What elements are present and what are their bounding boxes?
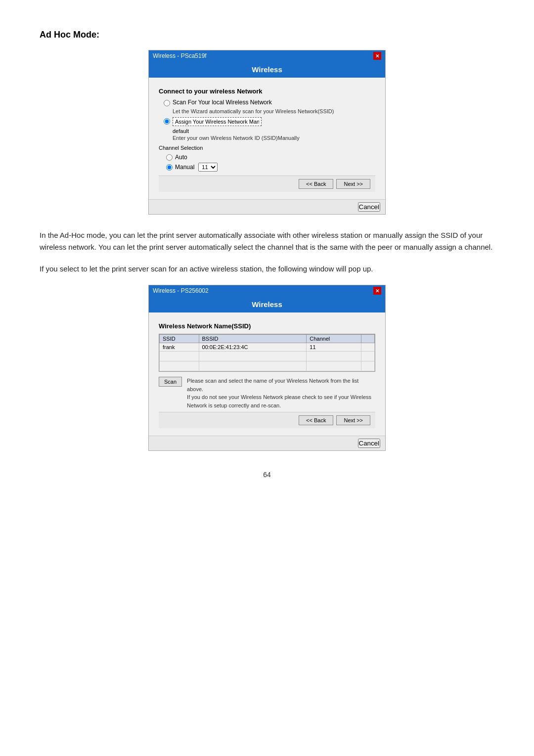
- radio1-label: Scan For Your local Wireless Network: [173, 99, 272, 106]
- network-table: SSID BSSID Channel frank 00:0E:2E:41:23:…: [159, 334, 375, 371]
- scan-text1: Please scan and select the name of your …: [187, 377, 375, 393]
- body-text2: If you select to let the print server sc…: [40, 263, 494, 275]
- dialog2-titlebar: Wireless - PS256002 ✕: [149, 285, 385, 296]
- ssid-value: default: [173, 128, 375, 134]
- section-title: Ad Hoc Mode:: [40, 30, 494, 40]
- channel-auto-row: Auto: [166, 154, 375, 161]
- dialog2: Wireless - PS256002 ✕ Wireless Wireless …: [148, 285, 386, 451]
- cell-bssid: 00:0E:2E:41:23:4C: [199, 343, 307, 352]
- dialog1-title: Wireless - PSca519f: [153, 52, 207, 59]
- channel-select[interactable]: 11 1 6: [198, 163, 218, 172]
- dialog1-close-button[interactable]: ✕: [373, 52, 381, 60]
- th-channel: Channel: [307, 335, 361, 343]
- empty-row-1: [160, 352, 375, 361]
- radio2-item: [164, 117, 375, 126]
- radio2-manual[interactable]: [164, 118, 170, 125]
- dialog1-buttons: << Back Next >>: [159, 176, 375, 192]
- cell-channel: 11: [307, 343, 361, 352]
- scan-text: Please scan and select the name of your …: [187, 377, 375, 409]
- connect-heading: Connect to your wireless Network: [159, 88, 375, 95]
- channel-manual-row: Manual 11 1 6: [166, 163, 375, 172]
- dialog1-cancel-button[interactable]: Cancel: [358, 202, 381, 212]
- channel-options: Auto Manual 11 1 6: [166, 154, 375, 172]
- dialog2-title: Wireless - PS256002: [153, 287, 209, 294]
- dialog1-back-button[interactable]: << Back: [299, 179, 333, 189]
- channel-section: Channel Selection Auto Manual 11 1 6: [159, 145, 375, 172]
- empty-row-2: [160, 361, 375, 371]
- radio-group: Scan For Your local Wireless Network Let…: [164, 99, 375, 141]
- dialog2-next-button[interactable]: Next >>: [336, 415, 370, 425]
- dialog2-buttons: << Back Next >>: [159, 412, 375, 428]
- network-heading: Wireless Network Name(SSID): [159, 322, 375, 330]
- channel-label: Channel Selection: [159, 145, 375, 151]
- table-row[interactable]: frank 00:0E:2E:41:23:4C 11: [160, 343, 375, 352]
- page-number: 64: [40, 471, 494, 479]
- th-bssid: BSSID: [199, 335, 307, 343]
- channel-auto-label: Auto: [175, 154, 187, 161]
- scan-section: Scan Please scan and select the name of …: [159, 377, 375, 409]
- ssid-input[interactable]: [173, 117, 262, 126]
- channel-manual-radio[interactable]: [166, 164, 173, 171]
- dialog2-content: Wireless Network Name(SSID) SSID BSSID C…: [149, 317, 385, 436]
- dialog1-titlebar: Wireless - PSca519f ✕: [149, 50, 385, 61]
- dialog2-footer: Cancel: [149, 436, 385, 450]
- cell-extra: [361, 343, 375, 352]
- dialog2-header: Wireless: [149, 296, 385, 312]
- th-ssid: SSID: [160, 335, 199, 343]
- network-table-container: SSID BSSID Channel frank 00:0E:2E:41:23:…: [159, 334, 375, 372]
- dialog1-next-button[interactable]: Next >>: [336, 179, 370, 189]
- table-header-row: SSID BSSID Channel: [160, 335, 375, 343]
- dialog2-close-button[interactable]: ✕: [373, 287, 381, 295]
- dialog1: Wireless - PSca519f ✕ Wireless Connect t…: [148, 50, 386, 215]
- radio1-item: Scan For Your local Wireless Network: [164, 99, 375, 106]
- body-text1: In the Ad-Hoc mode, you can let the prin…: [40, 229, 494, 253]
- channel-auto-radio[interactable]: [166, 154, 173, 161]
- cell-ssid: frank: [160, 343, 199, 352]
- radio2-sub: Enter your own Wireless Network ID (SSID…: [173, 135, 375, 141]
- dialog2-back-button[interactable]: << Back: [299, 415, 333, 425]
- dialog1-footer: Cancel: [149, 199, 385, 214]
- channel-manual-label: Manual: [175, 164, 194, 171]
- dialog1-header: Wireless: [149, 61, 385, 78]
- dialog2-cancel-button[interactable]: Cancel: [358, 439, 381, 448]
- th-extra: [361, 335, 375, 343]
- radio1-scan[interactable]: [164, 100, 170, 106]
- dialog1-content: Connect to your wireless Network Scan Fo…: [149, 83, 385, 199]
- radio1-sub: Let the Wizard automatically scan for yo…: [173, 108, 375, 114]
- scan-text2: If you do not see your Wireless Network …: [187, 393, 375, 409]
- scan-button[interactable]: Scan: [159, 377, 182, 387]
